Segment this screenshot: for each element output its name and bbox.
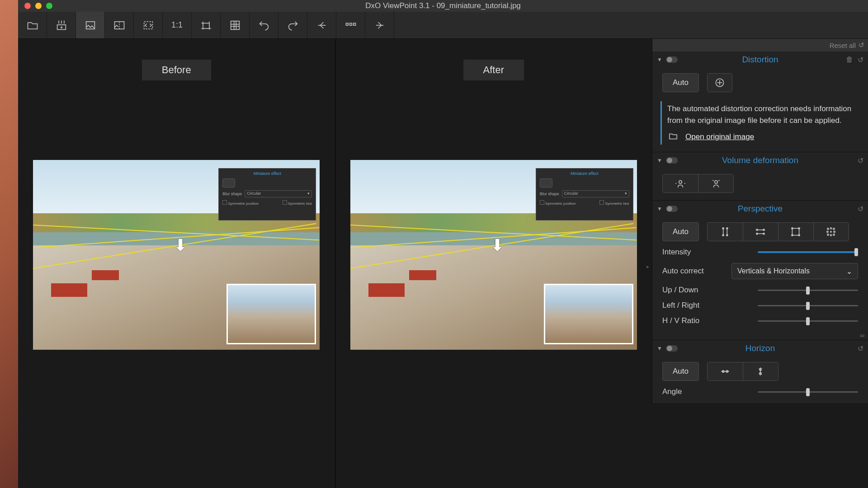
reset-icon[interactable]: ↺ <box>858 56 863 64</box>
fullscreen-window-button[interactable] <box>46 3 52 9</box>
window-title: DxO ViewPoint 3.1 - 09_miniature_tutoria… <box>365 1 521 10</box>
crop-overlay-button[interactable] <box>192 12 221 38</box>
reset-all-icon[interactable]: ↺ <box>859 41 864 49</box>
miniature-effect-overlay: Miniature effect Blur shapeCircular▾ Sym… <box>536 168 633 221</box>
svg-point-28 <box>834 231 835 232</box>
inset-preview <box>544 284 633 344</box>
zoom-1to1-button[interactable]: 1:1 <box>163 12 192 38</box>
prev-image-button[interactable] <box>307 12 336 38</box>
close-window-button[interactable] <box>24 3 31 9</box>
horizon-auto-button[interactable]: Auto <box>662 362 699 381</box>
fit-to-screen-button[interactable] <box>134 12 163 38</box>
mini-title: Miniature effect <box>222 171 312 176</box>
distortion-auto-button[interactable]: Auto <box>662 73 699 92</box>
horizon-title: Horizon <box>745 343 775 353</box>
after-image[interactable]: ⬇ Miniature effect Blur shapeCircular▾ S… <box>350 160 637 350</box>
undo-button[interactable] <box>250 12 278 38</box>
angle-slider[interactable] <box>758 391 858 393</box>
window-controls <box>18 3 52 9</box>
horizon-level-horizontal-button[interactable] <box>708 362 743 380</box>
save-button[interactable] <box>47 12 76 38</box>
svg-point-27 <box>827 231 828 232</box>
reset-icon[interactable]: ↺ <box>858 156 863 165</box>
volume-toggle[interactable] <box>666 157 678 164</box>
desktop-wallpaper-strip <box>0 0 18 488</box>
next-image-button[interactable] <box>365 12 394 38</box>
chevron-down-icon: ▼ <box>657 56 662 63</box>
perspective-vertical-button[interactable] <box>708 223 743 241</box>
thumbnail-strip-button[interactable] <box>336 12 365 38</box>
volume-title: Volume deformation <box>722 155 798 165</box>
updown-slider[interactable] <box>758 290 858 291</box>
horizon-header[interactable]: ▼ Horizon ↺ <box>652 340 868 357</box>
intensity-label: Intensity <box>662 248 717 257</box>
hvratio-slider[interactable] <box>758 320 858 322</box>
reset-all-row: Reset all ↺ <box>652 39 868 52</box>
before-pane: Before ⬇ Miniature effect Blur shapeCirc… <box>18 39 335 488</box>
before-image[interactable]: ⬇ Miniature effect Blur shapeCircular▾ S… <box>33 160 320 350</box>
horizon-section: ▼ Horizon ↺ Auto Angle <box>652 340 868 404</box>
perspective-auto-button[interactable]: Auto <box>662 222 699 241</box>
miniature-effect-overlay: Miniature effect Blur shapeCircular▾ Sym… <box>218 168 316 221</box>
open-original-link[interactable]: Open original image <box>685 132 754 141</box>
intensity-slider[interactable] <box>758 251 858 253</box>
chevron-down-icon: ▼ <box>657 206 662 212</box>
chevron-down-icon: ▼ <box>657 157 662 164</box>
open-file-button[interactable] <box>18 12 47 38</box>
chevron-down-icon: ⌄ <box>846 267 852 276</box>
hvratio-label: H / V Ratio <box>662 316 717 325</box>
perspective-horizontal-button[interactable] <box>743 223 778 241</box>
perspective-toggle[interactable] <box>666 206 678 212</box>
volume-horizontal-button[interactable] <box>663 174 698 192</box>
leftright-label: Left / Right <box>662 301 717 310</box>
autocorrect-value: Verticals & Horizontals <box>737 267 810 275</box>
toolbar: 1:1 <box>18 12 868 39</box>
svg-point-29 <box>827 234 829 235</box>
perspective-header[interactable]: ▼ Perspective ↺ <box>652 201 868 217</box>
grid-overlay-button[interactable] <box>221 12 250 38</box>
collapse-handle-icon[interactable]: ▭ <box>652 333 868 340</box>
autocorrect-select[interactable]: Verticals & Horizontals ⌄ <box>731 263 858 279</box>
svg-rect-4 <box>346 23 348 25</box>
perspective-rectangle-button[interactable] <box>778 223 813 241</box>
distortion-section: ▼ Distortion 🗑 ↺ Auto <box>652 52 868 152</box>
perspective-mode-group <box>707 222 849 241</box>
app-window: DxO ViewPoint 3.1 - 09_miniature_tutoria… <box>18 0 868 488</box>
delete-icon[interactable]: 🗑 <box>846 56 853 64</box>
distortion-header[interactable]: ▼ Distortion 🗑 ↺ <box>652 52 868 68</box>
perspective-8point-button[interactable] <box>813 223 849 241</box>
svg-rect-1 <box>114 21 124 28</box>
folder-icon <box>667 131 679 143</box>
redo-button[interactable] <box>278 12 307 38</box>
reset-all-button[interactable]: Reset all <box>830 42 856 49</box>
leftright-slider[interactable] <box>758 305 858 306</box>
updown-label: Up / Down <box>662 286 717 295</box>
reset-icon[interactable]: ↺ <box>858 344 863 353</box>
distortion-toggle[interactable] <box>666 56 678 63</box>
distortion-manual-button[interactable] <box>707 73 732 92</box>
svg-rect-6 <box>353 23 355 25</box>
adjustments-panel: Reset all ↺ ▼ Distortion 🗑 ↺ Auto <box>652 39 868 404</box>
volume-header[interactable]: ▼ Volume deformation ↺ <box>652 152 868 169</box>
autocorrect-label: Auto correct <box>662 267 717 276</box>
horizon-level-vertical-button[interactable] <box>743 362 778 380</box>
reset-icon[interactable]: ↺ <box>858 205 863 213</box>
horizon-toggle[interactable] <box>666 345 678 352</box>
minimize-window-button[interactable] <box>35 3 42 9</box>
volume-section: ▼ Volume deformation ↺ <box>652 152 868 201</box>
single-view-button[interactable] <box>76 12 105 38</box>
svg-point-30 <box>830 235 832 236</box>
compare-view-button[interactable] <box>105 12 134 38</box>
chevron-down-icon: ▼ <box>657 345 662 352</box>
angle-label: Angle <box>662 387 717 396</box>
after-label: After <box>463 60 524 80</box>
horizon-mode-group <box>707 362 778 381</box>
mini-title: Miniature effect <box>540 171 629 176</box>
volume-mode-group <box>662 174 734 193</box>
svg-point-9 <box>679 181 682 184</box>
svg-rect-5 <box>349 23 352 25</box>
volume-diagonal-button[interactable] <box>698 174 733 192</box>
svg-point-25 <box>830 228 832 229</box>
panel-collapse-arrow-icon[interactable]: ▸ <box>646 263 649 270</box>
distortion-info-text: The automated distortion correction need… <box>667 103 860 127</box>
